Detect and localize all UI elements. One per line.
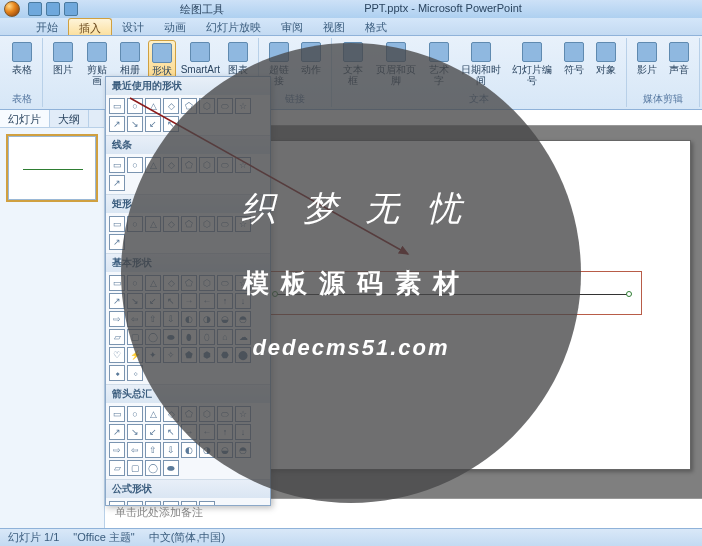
shape-option[interactable]: ○ — [127, 501, 143, 506]
status-language[interactable]: 中文(简体,中国) — [149, 530, 225, 545]
shape-option[interactable]: ⇦ — [127, 311, 143, 327]
shape-option[interactable]: ↗ — [109, 175, 125, 191]
shape-option[interactable]: ↙ — [145, 424, 161, 440]
shape-option[interactable]: ▭ — [109, 406, 125, 422]
shape-option[interactable]: △ — [145, 98, 161, 114]
ribbon-btn-艺术字[interactable]: 艺术字 — [424, 40, 454, 88]
shape-option[interactable]: ⬣ — [217, 347, 233, 363]
shape-option[interactable]: ○ — [127, 406, 143, 422]
shape-option[interactable]: ◐ — [181, 311, 197, 327]
shape-option[interactable]: ⇧ — [145, 442, 161, 458]
shape-option[interactable]: ↘ — [127, 116, 143, 132]
ribbon-btn-日期和时间[interactable]: 日期和时间 — [458, 40, 505, 88]
shape-option[interactable]: ☆ — [235, 157, 251, 173]
shape-option[interactable]: ⬠ — [181, 98, 197, 114]
shape-option[interactable]: ◒ — [217, 311, 233, 327]
shape-option[interactable]: ⌂ — [217, 329, 233, 345]
shape-option[interactable]: ▱ — [109, 460, 125, 476]
shape-option[interactable]: ⬮ — [181, 329, 197, 345]
shape-option[interactable]: ○ — [127, 157, 143, 173]
shape-option[interactable]: ↓ — [235, 293, 251, 309]
shape-option[interactable]: ↑ — [217, 293, 233, 309]
shape-option[interactable]: ← — [199, 293, 215, 309]
shape-option[interactable]: ▭ — [109, 216, 125, 232]
shape-option[interactable]: ↗ — [109, 116, 125, 132]
tab-outline[interactable]: 大纲 — [50, 110, 89, 127]
shape-option[interactable]: ○ — [127, 275, 143, 291]
shape-option[interactable]: ◓ — [235, 442, 251, 458]
ribbon-btn-幻灯片编号[interactable]: 幻灯片编号 — [509, 40, 556, 88]
shape-option[interactable]: ☆ — [235, 406, 251, 422]
ribbon-btn-影片[interactable]: 影片 — [633, 40, 661, 77]
shape-option[interactable]: ⬠ — [181, 501, 197, 506]
shape-option[interactable]: ○ — [127, 216, 143, 232]
shape-option[interactable]: ◇ — [163, 501, 179, 506]
shape-option[interactable]: ⬭ — [217, 275, 233, 291]
shape-option[interactable]: ⬟ — [181, 347, 197, 363]
ribbon-btn-图片[interactable]: 图片 — [49, 40, 77, 88]
shape-option[interactable]: ⇦ — [127, 442, 143, 458]
shape-option[interactable]: ▢ — [127, 329, 143, 345]
shape-option[interactable]: ▭ — [109, 501, 125, 506]
tab-视图[interactable]: 视图 — [313, 18, 355, 35]
shape-option[interactable]: ⬢ — [199, 347, 215, 363]
shape-option[interactable]: ◇ — [163, 406, 179, 422]
shape-option[interactable]: ◯ — [145, 460, 161, 476]
tab-格式[interactable]: 格式 — [355, 18, 397, 35]
selected-shape[interactable] — [262, 271, 642, 315]
ribbon-btn-符号[interactable]: 符号 — [560, 40, 588, 88]
shape-option[interactable]: ◒ — [217, 442, 233, 458]
shape-option[interactable]: ⬡ — [199, 406, 215, 422]
shape-option[interactable]: ← — [199, 424, 215, 440]
shape-option[interactable]: ▱ — [109, 329, 125, 345]
shape-option[interactable]: △ — [145, 216, 161, 232]
ribbon-btn-对象[interactable]: 对象 — [592, 40, 620, 88]
shape-option[interactable]: ◇ — [163, 275, 179, 291]
shape-option[interactable]: ⬦ — [127, 365, 143, 381]
tab-开始[interactable]: 开始 — [26, 18, 68, 35]
resize-handle-right[interactable] — [626, 291, 632, 297]
ribbon-btn-表格[interactable]: 表格 — [8, 40, 36, 77]
shape-option[interactable]: ⬠ — [181, 216, 197, 232]
slide-thumbnail[interactable] — [8, 136, 96, 200]
shape-option[interactable]: ↖ — [163, 293, 179, 309]
ribbon-btn-声音[interactable]: 声音 — [665, 40, 693, 77]
ribbon-btn-页眉和页脚[interactable]: 页眉和页脚 — [372, 40, 419, 88]
shape-option[interactable]: ↗ — [109, 293, 125, 309]
shape-option[interactable]: ↖ — [163, 116, 179, 132]
shape-option[interactable]: → — [181, 424, 197, 440]
shape-option[interactable]: ○ — [127, 98, 143, 114]
shape-option[interactable]: ◐ — [181, 442, 197, 458]
shape-option[interactable]: ↘ — [127, 424, 143, 440]
shape-option[interactable]: ⇩ — [163, 442, 179, 458]
shape-option[interactable]: ☆ — [235, 98, 251, 114]
resize-handle-left[interactable] — [272, 291, 278, 297]
shape-option[interactable]: ↙ — [145, 293, 161, 309]
shape-option[interactable]: ⬡ — [199, 216, 215, 232]
ribbon-btn-动作[interactable]: 动作 — [297, 40, 325, 88]
shape-option[interactable]: ✦ — [145, 347, 161, 363]
tab-审阅[interactable]: 审阅 — [271, 18, 313, 35]
shape-option[interactable]: ▭ — [109, 275, 125, 291]
tab-动画[interactable]: 动画 — [154, 18, 196, 35]
shape-option[interactable]: ▢ — [127, 460, 143, 476]
shape-option[interactable]: ◑ — [199, 442, 215, 458]
shape-option[interactable]: ◇ — [163, 98, 179, 114]
save-icon[interactable] — [28, 2, 42, 16]
shape-option[interactable]: △ — [145, 157, 161, 173]
shape-option[interactable]: ◇ — [163, 216, 179, 232]
shape-option[interactable]: ◯ — [145, 329, 161, 345]
shape-option[interactable]: ☁ — [235, 329, 251, 345]
ribbon-btn-文本框[interactable]: 文本框 — [338, 40, 368, 88]
office-button[interactable] — [4, 1, 20, 17]
shape-option[interactable]: ⬭ — [217, 157, 233, 173]
shape-option[interactable]: ⬠ — [181, 406, 197, 422]
shape-option[interactable]: ▭ — [109, 157, 125, 173]
shape-option[interactable]: ↙ — [145, 116, 161, 132]
shape-option[interactable]: ⬬ — [163, 329, 179, 345]
shape-option[interactable]: ⇧ — [145, 311, 161, 327]
shape-option[interactable]: ↗ — [109, 234, 125, 250]
shape-option[interactable]: ↖ — [163, 424, 179, 440]
shape-option[interactable]: ⇨ — [109, 442, 125, 458]
shape-option[interactable]: △ — [145, 406, 161, 422]
